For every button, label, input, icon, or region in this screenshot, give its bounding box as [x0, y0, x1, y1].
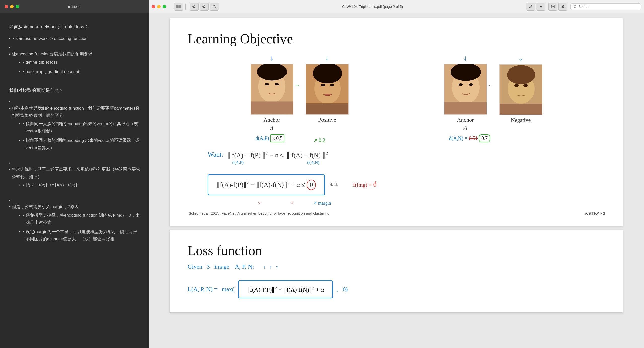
- list-item: ▪ define triplet loss: [19, 59, 79, 66]
- positive-face-svg: [306, 64, 349, 115]
- anchor-sublabel: A: [270, 125, 273, 131]
- list-item: ▪ backprop，gradient descent: [19, 68, 79, 76]
- bullet-icon: ▪: [9, 203, 11, 211]
- bullet-icon: ▪: [23, 182, 24, 189]
- sub-list: ▪ define triplet loss ▪ backprop，gradien…: [9, 59, 79, 78]
- list-text: define triplet loss: [26, 59, 58, 66]
- list-text: 但是，公式需要引入margin，2原因: [12, 203, 79, 211]
- left-content: 如何从siamese network 到 triplet loss？ ▪ sia…: [0, 13, 149, 348]
- close-button[interactable]: [5, 5, 8, 8]
- zoom-in-button[interactable]: [190, 3, 199, 11]
- maximize-button[interactable]: [16, 5, 19, 8]
- svg-rect-21: [251, 101, 293, 114]
- circle-annotations: ○ ○ ↗ margin: [258, 200, 605, 206]
- negative-face-box: ⌄: [499, 54, 542, 123]
- list-text: ‖f(A) − f(P)‖² <= ‖f(A) − f(N)‖²: [26, 182, 78, 188]
- svg-point-19: [265, 83, 269, 85]
- annotate-button[interactable]: [526, 3, 535, 11]
- list-item: ▪ 每次训练时，基于上述两点要求，来规范模型的更新（将这两点要求公式化，如下） …: [9, 160, 141, 195]
- svg-point-36: [507, 65, 535, 84]
- pdf-window-controls: [152, 5, 166, 8]
- bullet-icon: ▪: [23, 212, 24, 219]
- sub-list-2: ▪ 指向同一人脸的2图的encoding出来的vector的距离很近（或vect…: [9, 120, 141, 154]
- share-button[interactable]: [210, 3, 219, 11]
- pdf-page-1: Learning Objective ↓: [170, 18, 623, 226]
- right-panel: C4W4L04-TripletLoss.pdf (page 2 of 5) ▾: [149, 0, 644, 348]
- person-button[interactable]: [558, 3, 567, 11]
- bullet-icon: ▪: [23, 59, 24, 66]
- anchor-face-box: ↓: [251, 54, 293, 131]
- list-text: siamese network -> encoding function: [16, 35, 88, 42]
- svg-point-25: [321, 84, 325, 86]
- positive-face-image: [306, 64, 349, 115]
- negative-face-svg: [500, 65, 542, 115]
- svg-rect-39: [500, 104, 542, 115]
- list-item: ▪ 设定margin为一个常量，可以迫使模型努力学习，能让两张不同图片的dist…: [19, 228, 141, 243]
- positive-label: Positive: [318, 117, 336, 123]
- page2-title: Loss function: [188, 243, 605, 258]
- anchor2-sublabel: A: [464, 125, 467, 131]
- list-text: 每次训练时，基于上述两点要求，来规范模型的更新（将这两点要求公式化，如下）: [12, 166, 141, 181]
- bullet-icon: ▪: [23, 228, 24, 236]
- pdf-close-button[interactable]: [152, 5, 155, 8]
- anchor2-face-svg: [444, 64, 487, 115]
- negative-label: Negative: [511, 117, 531, 123]
- bullet-list-2: ▪ 模型本身就是我们的encoding function，我们需要更新param…: [9, 98, 141, 249]
- bullet-icon: ▪: [9, 105, 11, 112]
- left-panel: ■ triplet 如何从siamese network 到 triplet l…: [0, 0, 149, 348]
- svg-point-32: [469, 83, 473, 86]
- pen-dropdown-button[interactable]: ▾: [536, 3, 545, 11]
- page1-footer: [Schroff et al.,2015, FaceNet: A unified…: [188, 211, 605, 216]
- list-item: ▪ 指向同一人脸的2图的encoding出来的vector的距离很近（或vect…: [19, 120, 141, 135]
- list-text: backprop，gradient descent: [26, 68, 79, 76]
- annotation-toolbar-group: ▾: [526, 3, 545, 11]
- anchor2-label: Anchor: [457, 117, 474, 123]
- svg-point-14: [574, 5, 576, 7]
- sidebar-toggle-button[interactable]: [174, 3, 183, 11]
- pdf-content: Learning Objective ↓: [149, 13, 644, 348]
- bullet-icon: ▪: [23, 68, 24, 76]
- loss-formula-row: L(A, P, N) = max( ‖f(A)-f(P)‖2 − ‖f(A)-f…: [188, 276, 605, 302]
- main-formula-row: ‖f(A)-f(P)‖2 − ‖f(A)-f(N)‖2 + α ≤ 0 4/4k…: [208, 170, 605, 199]
- section-heading-2: 我们对模型的预期是什么？: [9, 87, 141, 94]
- anchor-negative-pair: ↓: [444, 54, 542, 142]
- pdf-page-2: Loss function Given 3 image A, P, N: ↑ ↑…: [170, 230, 623, 313]
- main-formula-box: ‖f(A)-f(P)‖2 − ‖f(A)-f(N)‖2 + α ≤ 0: [208, 174, 325, 195]
- anchor2-face-image: [444, 64, 487, 115]
- svg-point-38: [523, 84, 528, 87]
- positive-face-box: ↓: [306, 54, 349, 123]
- formula-labels: d(A,P) d(A,N): [232, 160, 328, 165]
- list-item: ▪ 让encoding function要满足我们的预期要求 ▪ define …: [9, 44, 141, 81]
- svg-line-15: [576, 7, 577, 8]
- sub-list-4: ▪ 避免模型走捷径，将encoding function 训练成 f(img) …: [9, 212, 141, 245]
- pdf-maximize-button[interactable]: [163, 5, 166, 8]
- svg-point-31: [459, 83, 463, 86]
- anchor-face-svg: [251, 64, 293, 114]
- formula-row-1: ‖ f(A) − f(P) ‖2 + α ≤ ‖ f(A) − f(N) ‖2: [227, 151, 328, 159]
- search-box[interactable]: [570, 3, 641, 10]
- sub-list-3: ▪ ‖f(A) − f(P)‖² <= ‖f(A) − f(N)‖²: [9, 182, 78, 191]
- anchor-label: Anchor: [264, 117, 280, 123]
- list-text: 指向同一人脸的2图的encoding出来的vector的距离很近（或vector…: [26, 120, 141, 135]
- minimize-button[interactable]: [10, 5, 14, 8]
- svg-rect-0: [176, 5, 178, 8]
- zoom-toolbar-group: [190, 3, 219, 11]
- search-icon: [573, 5, 577, 8]
- list-item: ▪ 指向不同人脸的2图的encoding 出来的vector的距离很远（或vec…: [19, 137, 141, 152]
- list-text: 让encoding function要满足我们的预期要求: [12, 51, 92, 58]
- svg-point-20: [275, 83, 279, 85]
- pdf-minimize-button[interactable]: [157, 5, 161, 8]
- formula-side-annotation: 4/4k: [330, 182, 338, 187]
- share-toolbar-group: [548, 3, 567, 11]
- zoom-out-button[interactable]: [200, 3, 209, 11]
- svg-line-10: [205, 7, 206, 8]
- anchor-positive-pair: ↓: [251, 54, 349, 143]
- an-dist-annotation: d(A,N) = 0.51 0.7: [444, 134, 542, 142]
- svg-line-7: [195, 7, 196, 8]
- want-formula-section: Want: ‖ f(A) − f(P) ‖2 + α ≤ ‖ f(A) − f(…: [208, 151, 605, 206]
- list-text: 设定margin为一个常量，可以迫使模型努力学习，能让两张不同图片的distan…: [26, 228, 141, 243]
- export-button[interactable]: [548, 3, 557, 11]
- svg-rect-3: [178, 7, 181, 8]
- search-input[interactable]: [578, 5, 634, 9]
- ap-dist-annotation: d(A,P) ≤ 0.5 ↗ 0.2: [251, 134, 349, 143]
